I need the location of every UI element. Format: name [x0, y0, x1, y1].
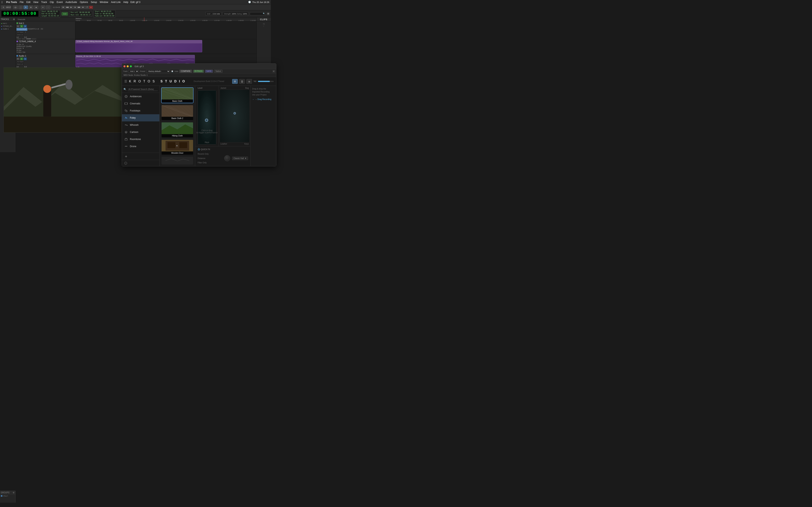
grid-value-box[interactable]: Grid: ♩ 1/16 note	[206, 12, 221, 15]
track-name-video: 727643_IHMW_4	[19, 40, 36, 43]
secondary-xy-pad[interactable]	[220, 90, 250, 143]
end-btn[interactable]: ⏭	[81, 6, 85, 9]
menu-audiosuite[interactable]: AudioSuite	[65, 1, 77, 4]
roomtone-icon	[124, 137, 128, 141]
track-list-item-1[interactable]: ■ Inst 1	[1, 22, 15, 24]
video-fps2: 25 fps	[16, 49, 74, 51]
spot-btn[interactable]: SPOT	[6, 6, 11, 9]
ambiences-label: Ambiences	[130, 95, 142, 98]
app-menu-pro-tools[interactable]: Pro Tools	[6, 1, 17, 4]
output-select-inst1[interactable]: Out 1-2	[16, 34, 23, 36]
rtjump-btn[interactable]: ⏮	[61, 6, 65, 9]
quick-fx-label: QUICK FX	[201, 148, 210, 151]
bypass-btn[interactable]: BYPASS	[193, 70, 204, 73]
svg-line-26	[165, 105, 193, 116]
audio-output-select[interactable]: Out 1-2	[16, 63, 23, 65]
xy-dot[interactable]	[205, 119, 208, 122]
drone-label: Drone	[130, 145, 136, 148]
settings-gear-icon[interactable]: ⚙	[267, 12, 270, 15]
sidebar-item-cinematic[interactable]: Cinematic	[122, 100, 159, 107]
tracks-label: TRACKS	[1, 18, 9, 20]
qfx-power-icon[interactable]: ⏻	[198, 148, 200, 151]
menu-edit[interactable]: Edit	[27, 1, 31, 4]
pencil-tool[interactable]: ✏	[41, 6, 45, 9]
ffwd-btn[interactable]: ▶▶	[77, 6, 81, 9]
track-active-dot-video[interactable]	[16, 41, 18, 42]
record-btn[interactable]: ●	[89, 6, 93, 9]
compare-btn[interactable]: COMPARE	[180, 70, 192, 73]
piano-roll-icon-btn[interactable]: ⊞	[232, 79, 238, 84]
mute-btn-inst1[interactable]: M	[23, 25, 27, 27]
minimize-dot[interactable]	[127, 65, 129, 67]
menu-clip[interactable]: Clip	[50, 1, 54, 4]
close-dot[interactable]	[123, 65, 125, 67]
tracks-settings-icon[interactable]: ⚙	[13, 18, 15, 20]
trim-tool[interactable]: ◁▷	[13, 6, 18, 9]
fade-tool[interactable]: ⋯	[46, 6, 50, 9]
play-btn[interactable]: ▶	[69, 6, 73, 9]
sidebar-item-whoosh[interactable]: Whoosh	[122, 121, 159, 128]
svg-point-7	[65, 79, 72, 90]
grid-btn[interactable]: Grid	[62, 12, 68, 15]
solo-btn-inst1[interactable]: S	[20, 25, 23, 27]
safe-btn[interactable]: SAFE	[205, 70, 213, 73]
krotos-content: ☰ K R O T O S S T U D I O Development Bu…	[122, 77, 271, 152]
grab-tool[interactable]: ✥	[23, 6, 28, 9]
sidebar-item-cartoon[interactable]: Cartoon	[122, 128, 159, 136]
sidebar-item-ambiences[interactable]: Ambiences	[122, 93, 159, 100]
track-list-item-2[interactable]: ■ 727643_IH...	[1, 25, 15, 27]
krotos-hamburger-icon[interactable]: ☰	[124, 79, 127, 83]
menu-options[interactable]: Options	[80, 1, 88, 4]
menu-track[interactable]: Track	[41, 1, 47, 4]
track-content-video[interactable]: 727643_Iceland Hiking Mountains Woman_By…	[75, 39, 257, 54]
plugin-preset-select[interactable]: <factory default>	[146, 70, 170, 73]
mute-btn-audio[interactable]: M	[23, 57, 27, 60]
menu-help[interactable]: Help	[123, 1, 128, 4]
maximize-dot[interactable]	[130, 65, 132, 67]
svg-point-18	[126, 132, 127, 132]
main-counter: 00:00:55:00	[1, 11, 39, 17]
shuffle-btn[interactable]: S	[1, 6, 6, 9]
sound-card-wooden-door[interactable]: Wooden Door	[161, 139, 194, 152]
smarttool[interactable]: ⊞	[29, 6, 33, 9]
sidebar-item-drone[interactable]: Drone	[122, 143, 159, 150]
menu-setup[interactable]: Setup	[91, 1, 97, 4]
input-select-inst1[interactable]: no input	[16, 31, 24, 33]
drag-recording-btn[interactable]: → → Drag Recording	[252, 98, 271, 100]
xy-pad[interactable]: Click or drag to trigger a performance P…	[198, 90, 216, 145]
native-btn[interactable]: Native	[214, 70, 222, 73]
menu-avidlink[interactable]: Avid Link	[111, 1, 120, 4]
scrub-tool[interactable]: ◈	[34, 6, 38, 9]
video-clip[interactable]: 727643_Iceland Hiking Mountains Woman_By…	[75, 40, 202, 52]
preset-save-icon[interactable]: 💾	[171, 70, 173, 72]
sound-card-hiking-cloth[interactable]: Hiking Cloth	[161, 122, 194, 138]
menu-file[interactable]: File	[20, 1, 23, 4]
sidebar-item-roomtone[interactable]: Roomtone	[122, 136, 159, 143]
solo-btn-audio[interactable]: S	[20, 57, 23, 60]
plugin-insert-btn[interactable]: KrotosStudi	[16, 28, 28, 31]
record-arm-btn-audio[interactable]: R	[16, 57, 19, 60]
prev-btn[interactable]: ◀◀	[65, 6, 69, 9]
audio-input[interactable]: no input	[16, 60, 24, 63]
loop-btn[interactable]: ↺	[85, 6, 89, 9]
menu-event[interactable]: Event	[57, 1, 63, 4]
waveform-icon-btn[interactable]: |||	[239, 79, 245, 84]
track-list-item-3[interactable]: ■ Audio 1	[1, 28, 15, 30]
sidebar-item-foley[interactable]: Foley	[122, 114, 159, 121]
track-active-dot-inst1[interactable]	[16, 22, 18, 24]
volume-slider[interactable]	[258, 81, 271, 82]
record-arm-btn-inst1[interactable]: R	[16, 25, 19, 27]
menu-view[interactable]: View	[33, 1, 39, 4]
select-tool[interactable]: ⬚	[18, 6, 23, 9]
menu-window[interactable]: Window	[100, 1, 108, 4]
svg-rect-39	[198, 91, 216, 145]
track-active-dot-audio[interactable]	[16, 55, 18, 57]
plugin-track-select[interactable]: Inst 1	[129, 70, 139, 73]
secondary-xy-dot[interactable]	[234, 112, 236, 114]
stop-btn[interactable]: ■	[73, 6, 77, 9]
eq-icon-btn[interactable]: ⚌	[246, 79, 252, 84]
krotos-search-input[interactable]	[128, 88, 158, 91]
sidebar-item-footsteps[interactable]: Footsteps	[122, 107, 159, 114]
sound-card-basic-cloth2[interactable]: Basic Cloth 2	[161, 105, 194, 121]
sound-card-basic-cloth[interactable]: Basic Cloth	[161, 87, 194, 103]
